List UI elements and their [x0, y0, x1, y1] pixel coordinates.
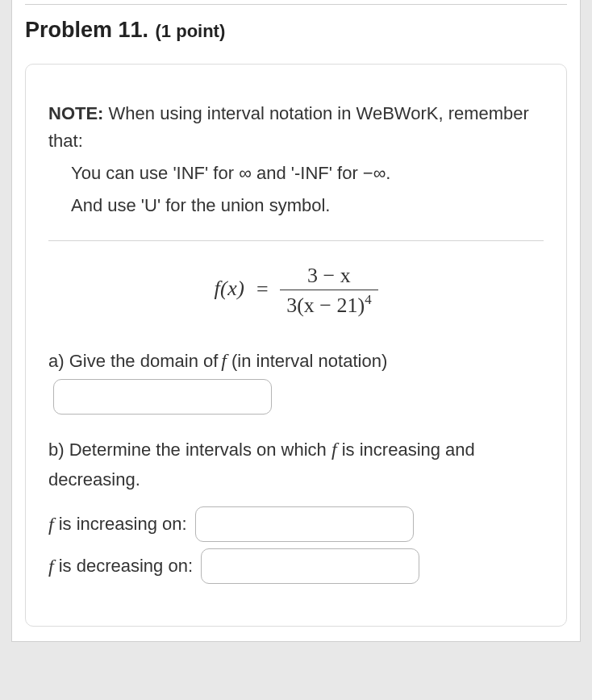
section-divider — [48, 240, 544, 241]
equation-lhs: f(x) — [214, 277, 244, 301]
increasing-label: is increasing on: — [59, 510, 187, 538]
function-definition: f(x) = 3 − x 3(x − 21)4 — [48, 265, 544, 316]
decreasing-f: f — [48, 551, 54, 581]
problem-title: Problem 11. — [25, 18, 148, 42]
note-block: NOTE: When using interval notation in We… — [48, 100, 544, 219]
part-b-intro: b) Determine the intervals on which f is… — [48, 434, 544, 494]
note-line-1-text: When using interval notation in WeBWorK,… — [48, 103, 529, 151]
part-b-pre: b) Determine the intervals on which — [48, 440, 331, 460]
part-a-pre: a) Give the domain of — [48, 347, 218, 375]
note-line-3: And use 'U' for the union symbol. — [48, 192, 544, 219]
part-b-increasing: f is increasing on: — [48, 506, 544, 542]
part-a: a) Give the domain of f (in interval not… — [48, 345, 544, 415]
part-a-f: f — [221, 345, 227, 376]
part-a-post: (in interval notation) — [231, 347, 387, 375]
equation-numerator: 3 − x — [280, 265, 377, 290]
top-divider — [25, 0, 567, 5]
increasing-f: f — [48, 509, 54, 540]
part-b-f: f — [331, 439, 337, 460]
increasing-input[interactable] — [195, 506, 414, 542]
problem-card: NOTE: When using interval notation in We… — [25, 64, 567, 627]
note-label: NOTE: — [48, 103, 103, 123]
problem-header: Problem 11. (1 point) — [12, 11, 580, 54]
decreasing-label: is decreasing on: — [59, 552, 193, 580]
equation-fraction: 3 − x 3(x − 21)4 — [280, 265, 377, 316]
part-b-decreasing: f is decreasing on: — [48, 548, 544, 584]
problem-container: Problem 11. (1 point) NOTE: When using i… — [11, 0, 581, 642]
note-line-2: You can use 'INF' for ∞ and '-INF' for −… — [48, 160, 544, 187]
decreasing-input[interactable] — [201, 548, 419, 584]
note-line-1: NOTE: When using interval notation in We… — [48, 100, 544, 155]
domain-input[interactable] — [53, 379, 272, 415]
equation-denominator: 3(x − 21)4 — [280, 290, 377, 316]
equation-equals: = — [256, 277, 269, 301]
problem-points: (1 point) — [156, 21, 226, 41]
